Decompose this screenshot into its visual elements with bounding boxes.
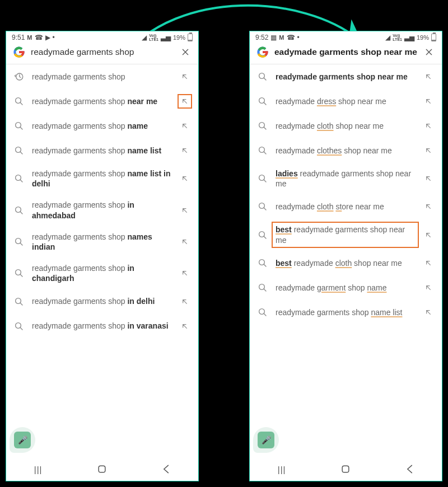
search-icon: [256, 202, 269, 212]
search-icon: [13, 237, 25, 247]
fill-query-arrow[interactable]: [178, 119, 192, 133]
close-icon: [181, 48, 190, 57]
fill-query-arrow[interactable]: [422, 281, 435, 294]
fill-query-arrow[interactable]: [422, 95, 435, 108]
nav-back-button[interactable]: [155, 463, 178, 475]
search-icon: [13, 268, 25, 278]
status-icon-m: M: [27, 34, 32, 41]
search-icon: [13, 205, 25, 216]
mic-icon: 🎤: [258, 432, 274, 448]
nav-back-button[interactable]: [399, 463, 421, 475]
nav-bar: |||: [250, 457, 442, 481]
suggestion-text: readymade garments shop name list in del…: [32, 168, 171, 189]
suggestion-row[interactable]: readymade garments shop: [6, 64, 198, 89]
suggestion-text: readymade cloth store near me: [276, 202, 415, 212]
status-battery: 19%: [173, 34, 185, 41]
fill-query-arrow[interactable]: [422, 119, 435, 133]
fill-query-arrow[interactable]: [178, 204, 192, 217]
fill-query-arrow[interactable]: [178, 172, 192, 185]
suggestion-row[interactable]: readymade clothes shop near me: [250, 138, 442, 163]
search-input[interactable]: eadymade garments shop near me: [274, 47, 417, 57]
suggestion-row[interactable]: best readymade cloth shop near me: [250, 251, 442, 275]
status-bar: 9:52 ▦ M ☎ • ◢ Vo))LTE1 ▃▅ 19%: [250, 31, 442, 43]
suggestion-row[interactable]: readymade garments shop in ahmedabad: [6, 194, 198, 226]
fill-query-arrow[interactable]: [178, 266, 192, 280]
suggestion-row[interactable]: readymade dress shop near me: [250, 89, 442, 114]
fill-query-arrow[interactable]: [422, 256, 435, 270]
fill-query-arrow[interactable]: [422, 172, 435, 185]
search-header: eadymade garments shop near me: [250, 43, 442, 64]
phone-left: 9:51 M ☎ ▶ • ◢ Vo))LTE1 ▃▅ 19% readymad: [6, 31, 199, 481]
fill-query-arrow[interactable]: [422, 70, 435, 83]
suggestions-list: readymade garments shopreadymade garment…: [6, 64, 198, 457]
suggestion-text: ladies readymade garments shop near me: [276, 168, 415, 189]
suggestion-row[interactable]: ladies readymade garments shop near me: [250, 163, 442, 194]
voice-assistant-button[interactable]: 🎤: [253, 427, 279, 453]
suggestion-row[interactable]: readymade garments shop in chandigarh: [6, 257, 198, 289]
more-icon: •: [53, 34, 55, 41]
fill-query-arrow[interactable]: [422, 306, 435, 319]
suggestion-row[interactable]: best readymade garments shop near me: [250, 219, 442, 250]
google-logo-icon: [256, 46, 269, 58]
fill-query-arrow[interactable]: [178, 144, 192, 157]
fill-query-arrow[interactable]: [178, 70, 192, 83]
search-input[interactable]: readymade garments shop: [31, 47, 174, 57]
suggestion-row[interactable]: readymade garments shop in varanasi: [6, 314, 198, 339]
history-icon: [13, 72, 25, 82]
suggestion-text: readymade garments shop name list: [32, 146, 171, 156]
search-icon: [13, 321, 25, 331]
nav-home-button[interactable]: [91, 463, 113, 475]
suggestion-text: readymade garment shop name: [276, 283, 415, 293]
search-icon: [256, 146, 269, 156]
suggestion-row[interactable]: readymade cloth store near me: [250, 194, 442, 219]
clear-button[interactable]: [179, 46, 192, 58]
suggestion-text: readymade garments shop near me: [276, 72, 415, 82]
suggestion-text: readymade dress shop near me: [276, 96, 415, 106]
fill-query-arrow[interactable]: [178, 235, 192, 249]
suggestion-row[interactable]: readymade cloth shop near me: [250, 114, 442, 138]
suggestion-row[interactable]: readymade garments shop name list in del…: [6, 163, 198, 194]
fill-query-arrow[interactable]: [422, 144, 435, 157]
suggestion-text: readymade clothes shop near me: [276, 146, 415, 156]
fill-query-arrow[interactable]: [422, 200, 435, 213]
nav-recents-button[interactable]: |||: [27, 465, 49, 474]
suggestion-text: readymade garments shop names indian: [32, 232, 171, 252]
suggestion-text: best readymade cloth shop near me: [276, 258, 415, 268]
wifi-icon: ◢: [385, 34, 390, 41]
fill-query-arrow[interactable]: [178, 295, 192, 308]
fill-query-arrow[interactable]: [178, 95, 192, 108]
suggestion-row[interactable]: readymade garments shop name: [6, 114, 198, 138]
search-icon: [256, 121, 269, 131]
suggestion-row[interactable]: readymade garments shop name list: [250, 300, 442, 325]
search-icon: [256, 174, 269, 184]
fill-query-arrow[interactable]: [422, 228, 435, 242]
wifi-icon: ◢: [142, 34, 147, 41]
search-header: readymade garments shop: [6, 43, 198, 64]
nav-recents-button[interactable]: |||: [270, 465, 293, 474]
suggestion-text: readymade garments shop in varanasi: [32, 321, 171, 331]
signal-icon: ▃▅: [161, 34, 171, 41]
clear-button[interactable]: [423, 46, 435, 58]
phone-right: 9:52 ▦ M ☎ • ◢ Vo))LTE1 ▃▅ 19% eadymade: [249, 31, 442, 481]
suggestion-row[interactable]: readymade garments shop in delhi: [6, 289, 198, 314]
close-icon: [424, 48, 433, 57]
suggestion-text: readymade garments shop: [32, 72, 171, 82]
suggestions-list: readymade garments shop near mereadymade…: [250, 64, 442, 457]
suggestion-text: readymade garments shop near me: [32, 96, 171, 106]
suggestion-row[interactable]: readymade garments shop names indian: [6, 226, 198, 257]
search-icon: [256, 230, 269, 240]
suggestion-row[interactable]: readymade garments shop name list: [6, 138, 198, 163]
suggestion-row[interactable]: readymade garments shop near me: [6, 89, 198, 114]
google-logo-icon: [13, 46, 25, 58]
suggestion-text: readymade cloth shop near me: [276, 121, 415, 131]
whatsapp-icon: ☎: [287, 34, 295, 41]
voice-assistant-button[interactable]: 🎤: [10, 427, 35, 453]
nav-home-button[interactable]: [334, 463, 357, 475]
mic-icon: 🎤: [14, 432, 31, 448]
network-label: Vo))LTE1: [149, 34, 158, 41]
suggestion-row[interactable]: readymade garment shop name: [250, 275, 442, 300]
status-bar: 9:51 M ☎ ▶ • ◢ Vo))LTE1 ▃▅ 19%: [6, 31, 198, 43]
suggestion-row[interactable]: readymade garments shop near me: [250, 64, 442, 89]
fill-query-arrow[interactable]: [178, 320, 192, 333]
suggestion-text: readymade garments shop in delhi: [32, 296, 171, 306]
